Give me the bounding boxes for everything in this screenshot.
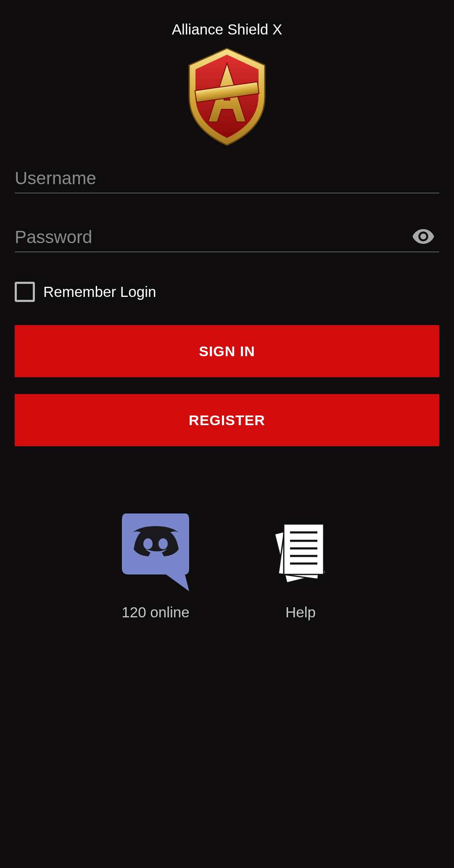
- help-label: Help: [285, 604, 316, 621]
- app-logo-shield-icon: [183, 46, 271, 147]
- password-input[interactable]: [15, 223, 439, 252]
- register-button[interactable]: REGISTER: [15, 394, 439, 446]
- username-row: [15, 164, 439, 193]
- remember-login-label: Remember Login: [43, 283, 156, 300]
- svg-point-2: [158, 538, 168, 549]
- discord-online-count: 120 online: [121, 604, 190, 621]
- discord-icon: [118, 509, 193, 593]
- login-screen: Alliance Shield X Remember Login: [0, 0, 454, 621]
- svg-point-1: [143, 538, 153, 549]
- help-documents-icon: [265, 516, 336, 587]
- remember-login-row: Remember Login: [15, 282, 439, 302]
- username-input[interactable]: [15, 164, 439, 193]
- sign-in-button[interactable]: SIGN IN: [15, 325, 439, 377]
- password-row: [15, 223, 439, 252]
- show-password-eye-icon[interactable]: [412, 225, 435, 248]
- footer-links: 120 online Help: [15, 509, 439, 621]
- app-title: Alliance Shield X: [172, 21, 282, 38]
- help-link[interactable]: Help: [265, 509, 336, 621]
- remember-login-checkbox[interactable]: [15, 282, 35, 302]
- discord-link[interactable]: 120 online: [118, 509, 193, 621]
